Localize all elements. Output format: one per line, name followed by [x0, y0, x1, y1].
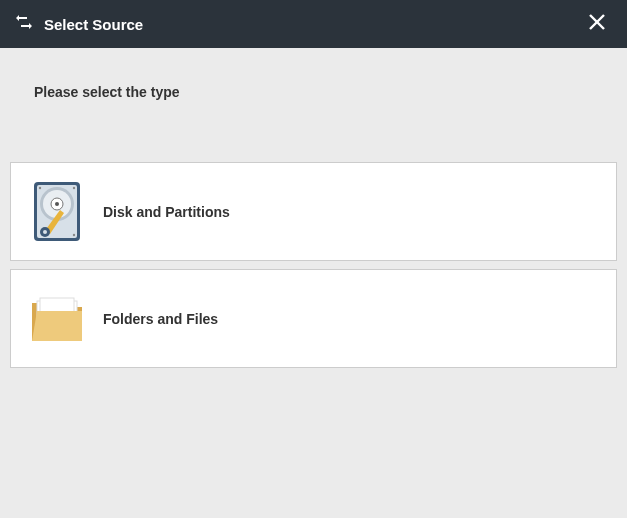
- dialog-header: Select Source: [0, 0, 627, 48]
- folder-icon: [29, 287, 85, 350]
- options-container: Disk and Partitions Folders and Files: [0, 162, 627, 368]
- close-icon: [588, 13, 606, 35]
- hard-disk-icon: [29, 180, 85, 243]
- dialog-title: Select Source: [44, 16, 143, 33]
- svg-point-10: [39, 187, 41, 189]
- option-disk-partitions[interactable]: Disk and Partitions: [10, 162, 617, 261]
- option-folders-files[interactable]: Folders and Files: [10, 269, 617, 368]
- close-button[interactable]: [581, 8, 613, 40]
- app-logo-icon: [14, 12, 34, 36]
- prompt-text: Please select the type: [0, 48, 627, 100]
- header-left: Select Source: [14, 12, 143, 36]
- svg-point-7: [55, 202, 59, 206]
- option-label: Disk and Partitions: [103, 204, 230, 220]
- svg-point-12: [73, 234, 75, 236]
- option-label: Folders and Files: [103, 311, 218, 327]
- svg-point-9: [43, 230, 47, 234]
- svg-point-11: [73, 187, 75, 189]
